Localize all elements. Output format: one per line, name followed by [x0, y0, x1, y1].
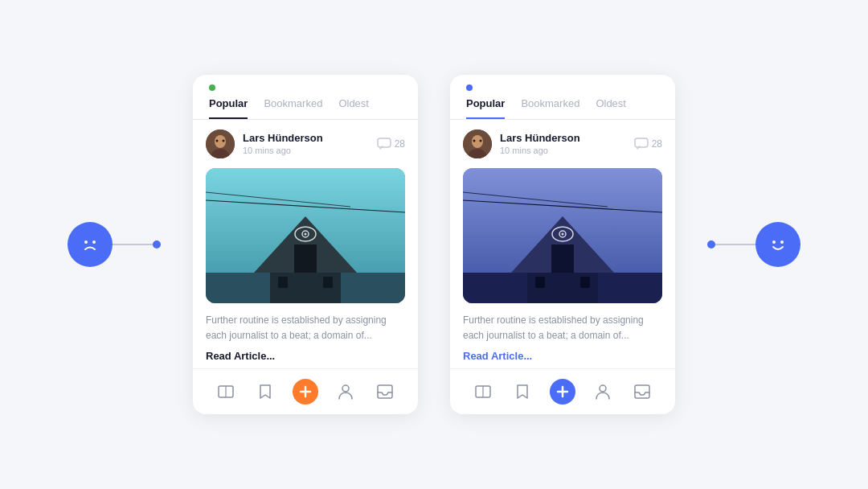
right-tab-popular[interactable]: Popular [466, 97, 505, 119]
svg-point-0 [79, 233, 101, 256]
right-nav-inbox[interactable] [629, 379, 655, 405]
right-tabs: Popular Bookmarked Oldest [450, 75, 675, 119]
left-comment-count: 28 [395, 138, 405, 150]
svg-point-53 [780, 240, 784, 244]
svg-point-30 [473, 139, 476, 142]
left-nav-user[interactable] [333, 379, 358, 405]
left-card: Popular Bookmarked Oldest [193, 75, 418, 414]
right-nav-plus[interactable] [550, 379, 575, 405]
right-article-body: Further routine is established by assign… [450, 303, 675, 368]
right-author-info: Lars Hünderson 10 mins ago [463, 129, 580, 158]
left-tab-dot [209, 84, 215, 91]
left-comment-badge[interactable]: 28 [377, 138, 405, 150]
svg-point-2 [92, 240, 96, 244]
svg-point-51 [767, 233, 789, 256]
right-card: Popular Bookmarked Oldest [450, 75, 675, 414]
svg-rect-37 [551, 244, 574, 273]
right-author-name: Lars Hünderson [500, 132, 580, 144]
svg-rect-14 [278, 277, 288, 288]
left-tab-popular[interactable]: Popular [209, 97, 248, 119]
left-read-article[interactable]: Read Article... [206, 350, 405, 362]
left-bottom-nav [193, 368, 418, 414]
left-avatar-image [206, 129, 235, 158]
right-tab-oldest[interactable]: Oldest [596, 97, 626, 119]
left-nav-inbox[interactable] [372, 379, 398, 405]
right-article-excerpt: Further routine is established by assign… [463, 313, 662, 343]
svg-rect-13 [294, 244, 317, 273]
right-side-control [707, 222, 800, 267]
left-article-body: Further routine is established by assign… [193, 303, 418, 368]
svg-rect-32 [635, 138, 648, 147]
right-tab-bookmarked[interactable]: Bookmarked [521, 97, 579, 119]
svg-rect-15 [323, 277, 333, 288]
left-article-image [206, 168, 405, 303]
right-avatar [463, 129, 492, 158]
left-side-control [68, 222, 161, 267]
svg-point-1 [84, 240, 88, 244]
left-nav-plus[interactable] [293, 379, 318, 405]
svg-point-6 [216, 139, 219, 142]
right-nav-user[interactable] [590, 379, 616, 405]
left-connector-line [113, 244, 153, 245]
svg-point-31 [480, 139, 482, 142]
svg-rect-50 [635, 385, 649, 398]
svg-point-25 [342, 385, 349, 392]
happy-emoji-button[interactable] [755, 222, 800, 267]
svg-rect-26 [378, 385, 392, 398]
left-image-wrapper [193, 168, 418, 303]
right-comment-count: 28 [652, 138, 662, 150]
right-article-image [463, 168, 662, 303]
right-author-details: Lars Hünderson 10 mins ago [500, 132, 580, 155]
right-bottom-nav [450, 368, 675, 414]
svg-point-44 [562, 232, 564, 235]
left-eye-icon [294, 226, 317, 245]
right-connector-line [715, 244, 755, 245]
right-nav-bookmark[interactable] [510, 379, 535, 405]
svg-point-49 [600, 385, 606, 392]
left-connector-dot [153, 240, 161, 249]
svg-point-52 [772, 240, 776, 244]
right-author-time: 10 mins ago [500, 146, 580, 155]
right-comment-badge[interactable]: 28 [634, 138, 662, 150]
right-avatar-image [463, 129, 492, 158]
right-image-wrapper [450, 168, 675, 303]
page-wrapper: Popular Bookmarked Oldest [0, 0, 868, 489]
left-author-time: 10 mins ago [243, 146, 323, 155]
left-author-info: Lars Hünderson 10 mins ago [206, 129, 323, 158]
left-author-name: Lars Hünderson [243, 132, 323, 144]
right-read-article[interactable]: Read Article... [463, 350, 662, 362]
left-nav-reader[interactable] [213, 379, 239, 405]
svg-point-7 [223, 139, 225, 142]
right-author-row: Lars Hünderson 10 mins ago 28 [450, 120, 675, 168]
svg-rect-38 [535, 277, 545, 288]
svg-point-20 [305, 232, 307, 235]
left-avatar [206, 129, 235, 158]
svg-rect-8 [378, 138, 391, 147]
left-tab-bookmarked[interactable]: Bookmarked [264, 97, 322, 119]
left-author-details: Lars Hünderson 10 mins ago [243, 132, 323, 155]
right-connector-dot [707, 240, 715, 249]
left-article-excerpt: Further routine is established by assign… [206, 313, 405, 343]
left-tab-oldest[interactable]: Oldest [338, 97, 369, 119]
left-nav-bookmark[interactable] [252, 379, 278, 405]
right-nav-reader[interactable] [470, 379, 496, 405]
left-tabs: Popular Bookmarked Oldest [193, 75, 418, 119]
svg-rect-39 [580, 277, 590, 288]
sad-emoji-button[interactable] [68, 222, 113, 267]
right-eye-icon [551, 226, 574, 245]
right-tab-dot [466, 84, 473, 91]
left-author-row: Lars Hünderson 10 mins ago 28 [193, 120, 418, 168]
